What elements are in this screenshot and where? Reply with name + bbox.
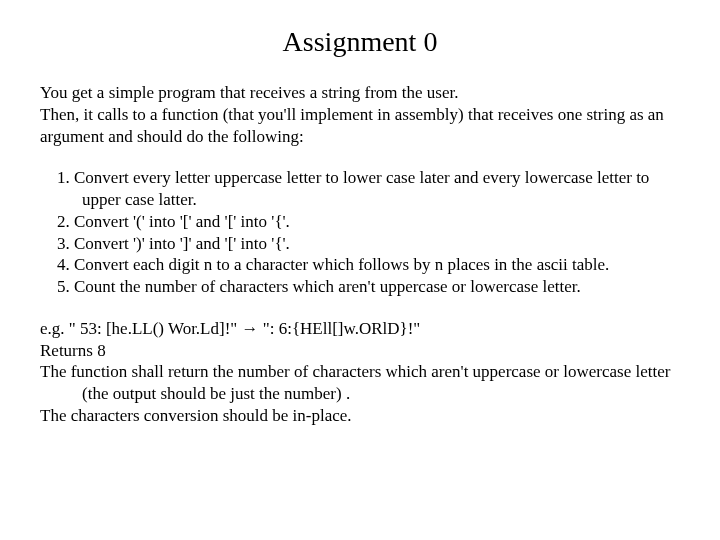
returns-line: Returns 8 bbox=[40, 340, 680, 362]
intro-block: You get a simple program that receives a… bbox=[40, 82, 680, 147]
notes-block: e.g. " 53: [he.LL() Wor.Ld]!" → ": 6:{HE… bbox=[40, 318, 680, 427]
list-item: 5. Count the number of characters which … bbox=[40, 276, 680, 298]
assignment-slide: Assignment 0 You get a simple program th… bbox=[0, 0, 720, 467]
slide-title: Assignment 0 bbox=[40, 26, 680, 58]
intro-line-1: You get a simple program that receives a… bbox=[40, 82, 680, 104]
example-line: e.g. " 53: [he.LL() Wor.Ld]!" → ": 6:{HE… bbox=[40, 318, 680, 340]
steps-list: 1. Convert every letter uppercase letter… bbox=[40, 167, 680, 298]
return-desc-line: The function shall return the number of … bbox=[40, 361, 680, 405]
list-item: 2. Convert '(' into '[' and '[' into '{'… bbox=[40, 211, 680, 233]
intro-line-2: Then, it calls to a function (that you'l… bbox=[40, 104, 680, 148]
inplace-line: The characters conversion should be in-p… bbox=[40, 405, 680, 427]
list-item: 4. Convert each digit n to a character w… bbox=[40, 254, 680, 276]
list-item: 3. Convert ')' into ']' and '[' into '{'… bbox=[40, 233, 680, 255]
list-item: 1. Convert every letter uppercase letter… bbox=[40, 167, 680, 211]
